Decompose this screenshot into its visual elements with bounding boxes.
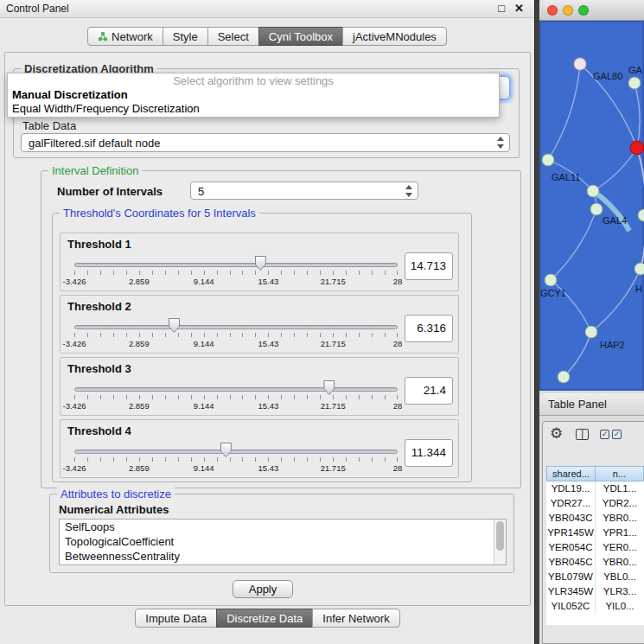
column-header[interactable]: n... — [595, 466, 644, 481]
table-row[interactable]: YBL079WYBL0... — [546, 570, 644, 584]
network-edge[interactable] — [591, 269, 641, 332]
slider-track[interactable] — [74, 387, 398, 392]
table-row[interactable]: YDL19...YDL1... — [546, 481, 644, 496]
checkbox-icon[interactable] — [612, 430, 622, 439]
network-edge[interactable] — [634, 83, 640, 148]
table-data-combobox[interactable]: galFiltered.sif default node — [21, 133, 510, 152]
table-cell[interactable]: YPR145W — [546, 526, 596, 540]
threshold-value-field[interactable]: 21.4 — [405, 377, 453, 405]
table-cell[interactable]: YBL079W — [546, 570, 596, 584]
threshold-2-slider[interactable]: -3.4262.8599.14415.4321.71528 — [74, 318, 398, 353]
tab-cyni-toolbox[interactable]: Cyni Toolbox — [258, 27, 343, 46]
checkbox-icon[interactable] — [600, 430, 609, 439]
slider-track[interactable] — [74, 325, 398, 329]
threshold-value-field[interactable]: 11.344 — [405, 439, 453, 467]
table-cell[interactable]: YLR3... — [596, 584, 644, 599]
network-edge[interactable] — [548, 64, 580, 160]
table-cell[interactable]: YPR1... — [596, 526, 644, 540]
table-cell[interactable]: YIL052C — [546, 599, 596, 614]
table-cell[interactable]: YBR0... — [596, 511, 644, 526]
network-edge[interactable] — [551, 209, 596, 280]
table-cell[interactable]: YER054C — [546, 540, 596, 555]
bottom-tab-discretize-data[interactable]: Discretize Data — [216, 609, 313, 628]
numerical-attributes-list[interactable]: SelfLoops TopologicalCoefficient Between… — [59, 519, 507, 565]
group-title: Attributes to discretize — [57, 488, 175, 501]
table-row[interactable]: YER054CYER0... — [546, 540, 644, 555]
threshold-value-field[interactable]: 6.316 — [405, 315, 453, 342]
network-edge[interactable] — [564, 332, 591, 377]
table-cell[interactable]: YDR2... — [596, 496, 644, 511]
column-header[interactable]: shared... — [546, 466, 596, 481]
slider-thumb[interactable] — [255, 256, 266, 271]
minimize-window-button[interactable] — [563, 5, 573, 16]
list-item[interactable]: BetweennessCentrality — [60, 549, 506, 564]
zoom-window-button[interactable] — [578, 5, 589, 16]
dropdown-option-equal-width-frequency[interactable]: Equal Width/Frequency Discretization — [8, 102, 499, 116]
network-node[interactable] — [545, 274, 557, 286]
tab-jactivemnodules[interactable]: jActiveMNodules — [342, 27, 447, 46]
network-node[interactable] — [542, 154, 554, 166]
bottom-tab-impute-data[interactable]: Impute Data — [135, 609, 217, 628]
table-cell[interactable]: YBR043C — [546, 511, 596, 526]
threshold-value-field[interactable]: 14.713 — [405, 252, 453, 280]
network-edge[interactable] — [593, 148, 637, 191]
tab-style[interactable]: Style — [163, 27, 208, 46]
table-row[interactable]: YLR345WYLR3... — [546, 584, 644, 599]
apply-button[interactable]: Apply — [233, 580, 293, 598]
tab-select[interactable]: Select — [207, 27, 259, 46]
table-cell[interactable]: YBR045C — [546, 555, 596, 570]
table-row[interactable]: YPR145WYPR1... — [546, 526, 644, 540]
slider-track[interactable] — [74, 450, 398, 454]
threshold-3-slider[interactable]: -3.4262.8599.14415.4321.71528 — [74, 380, 398, 415]
table-cell[interactable]: YDL19... — [546, 481, 596, 496]
columns-icon[interactable] — [576, 429, 589, 440]
network-node[interactable] — [574, 58, 586, 70]
close-window-icon[interactable]: ✕ — [514, 2, 524, 16]
table-cell[interactable]: YBR0... — [596, 555, 644, 570]
slider-thumb[interactable] — [169, 318, 180, 333]
slider-ticks — [74, 457, 398, 462]
network-node[interactable] — [590, 203, 603, 215]
network-node[interactable] — [628, 77, 641, 89]
network-node[interactable] — [558, 371, 570, 383]
list-item[interactable]: TopologicalCoefficient — [60, 534, 506, 549]
table-row[interactable]: YIL052CYIL0... — [546, 599, 644, 614]
table-cell[interactable]: YDR27... — [546, 496, 596, 511]
network-node[interactable] — [638, 209, 644, 221]
network-node[interactable] — [585, 326, 597, 338]
tab-network[interactable]: Network — [87, 27, 163, 46]
scrollbar[interactable] — [494, 520, 506, 564]
combobox-spinner-icon[interactable] — [405, 185, 413, 197]
slider-thumb[interactable] — [323, 380, 335, 395]
slider-track[interactable] — [74, 263, 398, 267]
network-node[interactable] — [630, 141, 644, 155]
network-edge[interactable] — [637, 148, 644, 215]
bottom-tab-infer-network[interactable]: Infer Network — [312, 609, 399, 628]
threshold-1-panel: Threshold 1 -3.4262.8599.14415.4321.7152… — [60, 233, 459, 291]
table-cell[interactable]: YIL0... — [596, 599, 644, 614]
number-of-intervals-combobox[interactable]: 5 — [190, 182, 418, 200]
table-row[interactable]: YDR27...YDR2... — [546, 496, 644, 511]
network-node[interactable] — [587, 185, 599, 197]
combobox-spinner-icon[interactable] — [497, 137, 505, 149]
table-row[interactable]: YBR045CYBR0... — [546, 555, 644, 570]
network-node[interactable] — [634, 263, 644, 275]
table-cell[interactable]: YER0... — [596, 540, 644, 555]
table-row[interactable]: YBR043CYBR0... — [546, 511, 644, 526]
network-edge[interactable] — [637, 148, 644, 269]
float-window-icon[interactable]: □ — [498, 2, 505, 16]
table-cell[interactable]: YLR345W — [546, 584, 596, 599]
scrollbar-thumb[interactable] — [496, 521, 504, 551]
threshold-4-slider[interactable]: -3.4262.8599.14415.4321.71528 — [74, 443, 398, 477]
list-item[interactable]: SelfLoops — [60, 520, 506, 534]
network-canvas[interactable]: GAL80GAGAL11GAL4GCY1HHAP2 — [539, 21, 644, 391]
slider-thumb[interactable] — [220, 443, 232, 457]
gear-icon[interactable]: ⚙ — [550, 424, 563, 443]
network-edge[interactable] — [641, 215, 644, 269]
close-window-button[interactable] — [547, 5, 558, 16]
table-cell[interactable]: YBL0... — [596, 570, 644, 584]
threshold-1-slider[interactable]: -3.4262.8599.14415.4321.71528 — [74, 256, 398, 290]
dropdown-option-manual-discretization[interactable]: Manual Discretization — [8, 88, 499, 102]
table-cell[interactable]: YDL1... — [596, 481, 644, 496]
table-panel-titlebar: Table Panel — [539, 393, 644, 416]
